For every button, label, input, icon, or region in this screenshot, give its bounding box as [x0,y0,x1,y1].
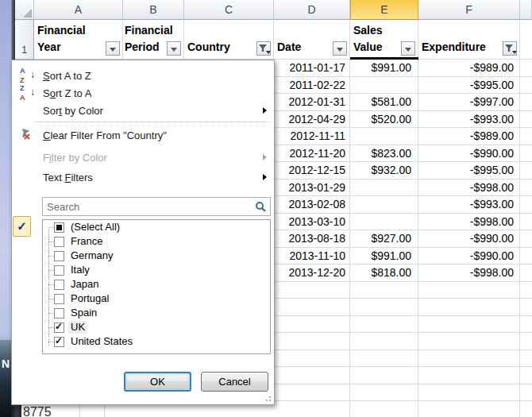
expenditure-cell[interactable]: -$989.00 [418,128,520,145]
sales-cell[interactable] [350,128,418,145]
list-item-spain[interactable]: Spain [43,306,270,320]
empty-cell[interactable] [350,401,418,417]
row-header-1[interactable]: 1 [15,20,34,60]
header-cell-financial-year[interactable]: Financial Year [34,20,123,60]
list-item-japan[interactable]: Japan [43,277,270,292]
column-header-D[interactable]: D [274,0,350,20]
empty-cell[interactable] [520,77,532,95]
search-icon[interactable] [255,201,266,214]
empty-cell[interactable] [418,316,520,334]
list-item-france[interactable]: France [43,234,270,249]
date-cell[interactable]: 2011-02-22 [274,77,350,95]
date-cell[interactable]: 2013-02-08 [274,196,350,214]
empty-cell[interactable] [350,299,418,316]
empty-cell[interactable] [520,282,532,299]
menu-item-filter-by-color[interactable]: Filter by Color [13,148,273,167]
sales-cell[interactable] [350,196,418,214]
empty-cell[interactable] [418,282,520,299]
empty-cell[interactable] [520,264,532,282]
column-header-F[interactable]: F [418,0,520,20]
list-item-italy[interactable]: Italy [43,263,270,277]
expenditure-cell[interactable]: -$998.00 [418,180,520,197]
ok-button[interactable]: OK [124,372,191,392]
header-cell-sales-value-active[interactable]: Sales Value [350,20,418,60]
cancel-button[interactable]: Cancel [201,372,268,392]
date-cell[interactable]: 2013-12-20 [274,264,350,282]
empty-cell[interactable] [520,94,532,111]
expenditure-cell[interactable]: -$998.00 [418,214,520,231]
empty-cell[interactable] [520,214,532,231]
resize-grip[interactable] [260,392,272,402]
menu-item-sort-by-color[interactable]: Sort by Color [13,101,273,120]
empty-cell[interactable] [520,299,532,316]
header-cell-date[interactable]: Date [274,20,350,60]
header-cell-country[interactable]: Country [184,20,274,60]
column-header-G-partial[interactable] [520,0,532,20]
expenditure-cell[interactable]: -$990.00 [418,145,520,163]
date-cell[interactable]: 2012-11-11 [274,128,350,145]
empty-cell[interactable] [520,401,532,417]
expenditure-cell[interactable]: -$995.00 [418,162,520,180]
sales-cell[interactable] [350,180,418,197]
date-cell[interactable]: 2012-04-29 [274,111,350,129]
sales-cell[interactable]: $991.00 [350,248,418,265]
expenditure-cell[interactable]: -$993.00 [418,111,520,129]
empty-cell[interactable] [520,230,532,248]
empty-cell[interactable] [274,333,350,350]
sales-cell[interactable] [350,77,418,95]
side-check-button[interactable]: ✓ [13,216,31,237]
row-header-8775[interactable]: 8775 [23,405,52,417]
checkbox-indeterminate[interactable] [54,222,64,233]
checkbox-checked[interactable] [54,322,64,333]
empty-cell[interactable] [350,333,418,350]
empty-cell[interactable] [274,350,350,368]
empty-cell[interactable] [418,401,520,417]
menu-item-text-filters[interactable]: Text Filters [13,168,273,187]
empty-cell[interactable] [274,316,350,334]
empty-cell[interactable] [520,196,532,214]
empty-cell[interactable] [418,384,520,402]
checkbox-unchecked[interactable] [54,237,64,247]
sales-cell[interactable]: $818.00 [350,264,418,282]
search-input[interactable] [43,198,270,215]
empty-cell[interactable] [350,384,418,402]
empty-cell[interactable] [350,350,418,368]
empty-cell[interactable] [418,299,520,316]
sales-cell[interactable]: $581.00 [350,94,418,111]
expenditure-cell[interactable]: -$990.00 [418,248,520,265]
sales-cell[interactable]: $520.00 [350,111,418,129]
empty-cell[interactable] [274,299,350,316]
checkbox-unchecked[interactable] [54,308,64,319]
list-item-portugal[interactable]: Portugal [43,292,270,306]
empty-cell[interactable] [418,350,520,368]
empty-cell[interactable] [520,316,532,334]
column-header-E-selected[interactable]: E [350,0,418,20]
checkbox-unchecked[interactable] [54,294,64,304]
select-all-corner[interactable] [15,0,34,20]
header-cell-expenditure[interactable]: Expenditure [418,20,520,60]
menu-item-sort-a-to-z[interactable]: AZ↓ Sort A to Z [13,66,273,85]
empty-cell[interactable] [520,333,532,350]
empty-cell[interactable] [520,384,532,402]
empty-cell[interactable] [520,350,532,368]
expenditure-cell[interactable]: -$990.00 [418,230,520,248]
empty-cell[interactable] [274,282,350,299]
expenditure-filter-button-active[interactable] [503,41,517,56]
list-item-germany[interactable]: Germany [43,249,270,263]
checkbox-checked[interactable] [54,337,64,347]
expenditure-cell[interactable]: -$998.00 [418,264,520,282]
empty-cell[interactable] [520,367,532,384]
header-cell-g-partial[interactable] [520,20,532,60]
date-cell[interactable]: 2012-12-15 [274,162,350,180]
date-cell[interactable]: 2013-08-18 [274,230,350,248]
date-cell[interactable]: 2012-01-31 [274,94,350,111]
checkbox-unchecked[interactable] [54,265,64,276]
expenditure-cell[interactable]: -$989.00 [418,60,520,77]
empty-cell[interactable] [520,248,532,265]
empty-cell[interactable] [274,401,350,417]
list-item-uk[interactable]: UK [43,320,270,334]
sales-value-filter-button[interactable] [401,41,415,56]
empty-cell[interactable] [520,128,532,145]
sales-cell[interactable] [350,214,418,231]
checkbox-unchecked[interactable] [54,280,64,290]
